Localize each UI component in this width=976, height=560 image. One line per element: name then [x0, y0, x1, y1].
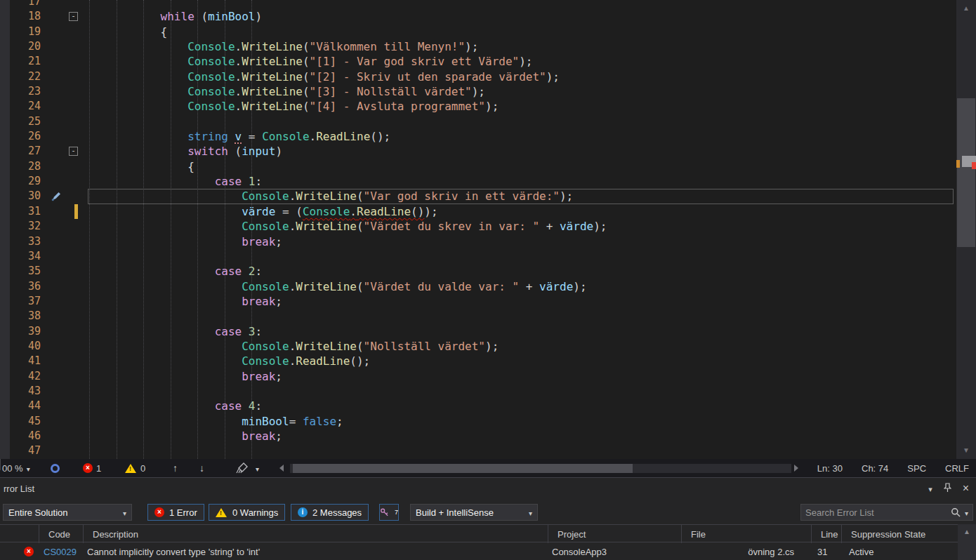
outlining-margin[interactable] [67, 54, 79, 69]
outlining-margin[interactable] [67, 25, 79, 39]
cell-line[interactable]: 31 [811, 547, 841, 557]
line-number[interactable]: 20 [0, 39, 49, 54]
code-token[interactable]: "[4] - Avsluta programmet" [310, 100, 485, 113]
code-token[interactable] [242, 399, 249, 413]
code-token[interactable]: . [235, 55, 242, 68]
line-number[interactable]: 39 [0, 324, 49, 339]
glyph-margin[interactable] [49, 279, 67, 294]
code-token[interactable]: ReadLine [316, 130, 370, 143]
code-token[interactable]: case [215, 325, 242, 338]
outlining-margin[interactable] [67, 429, 79, 444]
code-token[interactable]: = [282, 205, 289, 218]
outlining-margin[interactable] [67, 354, 79, 368]
code-token[interactable]: "Var god skriv in ett värde:" [364, 189, 560, 203]
outlining-margin[interactable] [67, 234, 79, 249]
code-token[interactable]: "[1] - Var god skriv ett Värde" [310, 55, 520, 68]
column-header-file[interactable]: File [681, 525, 811, 543]
glyph-margin[interactable] [49, 39, 67, 54]
code-token[interactable]: ; [275, 235, 282, 248]
code-token[interactable]: break [242, 370, 275, 383]
line-number[interactable]: 28 [0, 159, 49, 174]
outlining-margin[interactable]: - [67, 9, 79, 24]
code-token[interactable] [228, 145, 235, 158]
code-text[interactable]: Console.WriteLine("Värdet du skrev in va… [79, 219, 607, 234]
code-line[interactable]: 21 Console.WriteLine("[1] - Var god skri… [0, 54, 956, 69]
code-token[interactable]: case [215, 265, 242, 278]
error-row[interactable]: CS0029Cannot implicitly convert type 'st… [0, 542, 958, 560]
line-number[interactable]: 38 [0, 309, 49, 324]
code-text[interactable]: Console.ReadLine(); [79, 354, 370, 368]
code-token[interactable]: ( [201, 10, 208, 23]
hscroll-left-arrow-icon[interactable] [279, 459, 284, 477]
scope-dropdown[interactable]: Entire Solution [3, 504, 132, 521]
eol-indicator[interactable]: CRLF [945, 463, 969, 474]
code-token[interactable] [79, 189, 242, 203]
code-token[interactable]: ( [303, 100, 310, 113]
code-token[interactable] [79, 415, 242, 428]
editor-vertical-scrollbar[interactable] [956, 0, 976, 459]
code-token[interactable] [79, 160, 187, 173]
code-token[interactable] [79, 55, 187, 68]
search-input[interactable] [805, 507, 947, 518]
next-issue-arrow-icon[interactable] [199, 459, 204, 477]
code-token[interactable] [79, 429, 242, 443]
code-text[interactable]: minBool= false; [79, 414, 343, 429]
outlining-margin[interactable] [67, 294, 79, 309]
line-number[interactable]: 41 [0, 354, 49, 368]
code-line[interactable]: 25 [0, 114, 956, 129]
code-token[interactable]: Console [187, 100, 235, 113]
code-line[interactable]: 43 [0, 384, 956, 399]
line-number[interactable]: 22 [0, 69, 49, 84]
outlining-margin[interactable] [67, 219, 79, 234]
zoom-select[interactable]: 00 % [2, 459, 30, 477]
code-text[interactable]: { [79, 25, 167, 39]
code-token[interactable]: + [546, 220, 553, 233]
code-token[interactable]: Console [187, 85, 235, 98]
line-number[interactable]: 34 [0, 249, 49, 264]
cell-project[interactable]: ConsoleApp3 [548, 547, 681, 557]
glyph-margin[interactable] [49, 324, 67, 339]
code-token[interactable] [79, 295, 242, 308]
code-line[interactable]: 36 Console.WriteLine("Värdet du valde va… [0, 279, 956, 294]
previous-issue-arrow-icon[interactable] [173, 459, 178, 477]
code-token[interactable]: "Värdet du valde var: " [364, 280, 520, 293]
glyph-margin[interactable] [49, 84, 67, 99]
severity-cell[interactable] [0, 547, 39, 556]
code-token[interactable] [242, 325, 249, 338]
code-token[interactable] [79, 10, 161, 23]
outlining-margin[interactable] [67, 174, 79, 189]
code-token[interactable]: "[2] - Skriv ut den sparade värdet" [310, 70, 546, 84]
code-text[interactable]: break; [79, 234, 282, 249]
source-dropdown[interactable]: Build + IntelliSense [410, 504, 538, 521]
code-token[interactable]: ( [303, 40, 310, 53]
code-token[interactable]: (); [350, 354, 370, 368]
outlining-margin[interactable] [67, 279, 79, 294]
glyph-margin[interactable] [49, 399, 67, 413]
glyph-margin[interactable] [49, 444, 67, 458]
line-number[interactable]: 43 [0, 384, 49, 399]
code-token[interactable]: + [526, 280, 533, 293]
code-token[interactable]: : [255, 265, 262, 278]
line-number[interactable]: 45 [0, 414, 49, 429]
column-header-severity[interactable] [0, 525, 39, 543]
code-token[interactable] [79, 340, 242, 353]
code-line[interactable]: 34 [0, 249, 956, 264]
code-token[interactable]: . [289, 280, 296, 293]
messages-filter-button[interactable]: 2 Messages [291, 504, 369, 521]
column-header-suppression-state[interactable]: Suppression State [841, 525, 958, 543]
glyph-margin[interactable] [49, 54, 67, 69]
code-token[interactable]: () [411, 205, 424, 218]
line-number[interactable]: 33 [0, 234, 49, 249]
warnings-filter-button[interactable]: 0 Warnings [209, 504, 285, 521]
outlining-margin[interactable] [67, 444, 79, 458]
window-position-icon[interactable] [928, 484, 932, 494]
code-line[interactable]: 41 Console.ReadLine(); [0, 354, 956, 368]
hscroll-right-arrow-icon[interactable] [794, 459, 798, 477]
cell-description[interactable]: Cannot implicitly convert type 'string' … [83, 547, 548, 557]
outlining-margin[interactable] [67, 99, 79, 114]
code-token[interactable] [532, 280, 539, 293]
vertical-scrollbar-thumb[interactable] [957, 98, 975, 247]
filter-button[interactable]: 7 [379, 504, 399, 521]
search-box[interactable] [800, 504, 973, 521]
code-token[interactable]: ( [303, 70, 310, 84]
